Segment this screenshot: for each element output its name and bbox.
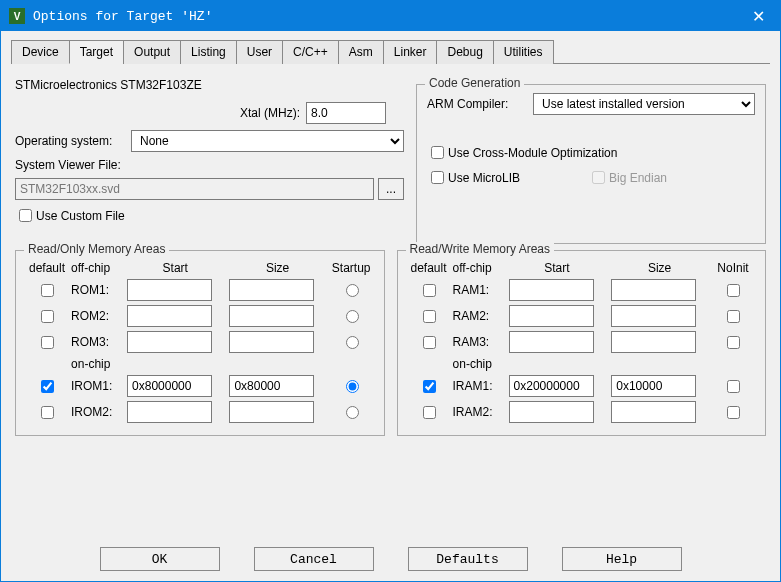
svd-path [15, 178, 374, 200]
tab-linker[interactable]: Linker [383, 40, 438, 64]
size-input[interactable] [229, 305, 314, 327]
microlib-checkbox[interactable] [431, 171, 444, 184]
tab-target[interactable]: Target [69, 40, 124, 64]
xtal-label: Xtal (MHz): [240, 106, 300, 120]
mem-row-label: RAM1: [450, 277, 506, 303]
svd-label: System Viewer File: [15, 158, 121, 172]
close-icon[interactable]: ✕ [736, 1, 780, 31]
noinit-checkbox[interactable] [727, 406, 740, 419]
svd-browse-button[interactable]: ... [378, 178, 404, 200]
compiler-select[interactable]: Use latest installed version [533, 93, 755, 115]
mem-row-label: IRAM2: [450, 399, 506, 425]
start-input[interactable] [127, 305, 212, 327]
cross-module-label: Use Cross-Module Optimization [448, 146, 617, 160]
app-icon: V [9, 8, 25, 24]
mem-row-label: ROM1: [68, 277, 124, 303]
button-bar: OK Cancel Defaults Help [11, 539, 770, 571]
start-input[interactable] [127, 331, 212, 353]
compiler-label: ARM Compiler: [427, 97, 527, 111]
default-checkbox[interactable] [41, 310, 54, 323]
default-checkbox[interactable] [41, 336, 54, 349]
ok-button[interactable]: OK [100, 547, 220, 571]
tab-output[interactable]: Output [123, 40, 181, 64]
mem-row-label: ROM3: [68, 329, 124, 355]
ro-legend: Read/Only Memory Areas [24, 242, 169, 256]
default-checkbox[interactable] [423, 336, 436, 349]
bigendian-label: Big Endian [609, 171, 667, 185]
use-custom-file-label: Use Custom File [36, 209, 125, 223]
use-custom-file-checkbox[interactable] [19, 209, 32, 222]
help-button[interactable]: Help [562, 547, 682, 571]
startup-radio[interactable] [346, 336, 359, 349]
tab-asm[interactable]: Asm [338, 40, 384, 64]
options-window: V Options for Target 'HZ' ✕ DeviceTarget… [0, 0, 781, 582]
readonly-memory-group: Read/Only Memory Areas defaultoff-chipSt… [15, 250, 385, 436]
rw-legend: Read/Write Memory Areas [406, 242, 555, 256]
titlebar: V Options for Target 'HZ' ✕ [1, 1, 780, 31]
code-generation-group: Code Generation ARM Compiler: Use latest… [416, 84, 766, 244]
readwrite-memory-group: Read/Write Memory Areas defaultoff-chipS… [397, 250, 767, 436]
start-input[interactable] [127, 401, 212, 423]
microlib-label: Use MicroLIB [448, 171, 588, 185]
default-checkbox[interactable] [41, 380, 54, 393]
size-input[interactable] [611, 375, 696, 397]
start-input[interactable] [509, 375, 594, 397]
xtal-input[interactable] [306, 102, 386, 124]
target-panel: STMicroelectronics STM32F103ZE Xtal (MHz… [11, 70, 770, 531]
codegen-legend: Code Generation [425, 76, 524, 90]
size-input[interactable] [229, 401, 314, 423]
start-input[interactable] [127, 375, 212, 397]
noinit-checkbox[interactable] [727, 336, 740, 349]
default-checkbox[interactable] [423, 380, 436, 393]
size-input[interactable] [229, 279, 314, 301]
default-checkbox[interactable] [423, 406, 436, 419]
default-checkbox[interactable] [423, 310, 436, 323]
cancel-button[interactable]: Cancel [254, 547, 374, 571]
os-select[interactable]: None [131, 130, 404, 152]
mem-row-label: IROM1: [68, 373, 124, 399]
size-input[interactable] [611, 279, 696, 301]
startup-radio[interactable] [346, 406, 359, 419]
noinit-checkbox[interactable] [727, 310, 740, 323]
startup-radio[interactable] [346, 284, 359, 297]
default-checkbox[interactable] [41, 284, 54, 297]
size-input[interactable] [611, 331, 696, 353]
tab-device[interactable]: Device [11, 40, 70, 64]
tab-cc[interactable]: C/C++ [282, 40, 339, 64]
startup-radio[interactable] [346, 310, 359, 323]
size-input[interactable] [611, 305, 696, 327]
start-input[interactable] [509, 279, 594, 301]
mem-row-label: RAM3: [450, 329, 506, 355]
mem-row-label: IROM2: [68, 399, 124, 425]
start-input[interactable] [509, 331, 594, 353]
cross-module-checkbox[interactable] [431, 146, 444, 159]
defaults-button[interactable]: Defaults [408, 547, 528, 571]
start-input[interactable] [127, 279, 212, 301]
client-area: DeviceTargetOutputListingUserC/C++AsmLin… [1, 31, 780, 581]
mem-row-label: IRAM1: [450, 373, 506, 399]
tab-utilities[interactable]: Utilities [493, 40, 554, 64]
start-input[interactable] [509, 305, 594, 327]
mem-row-label: ROM2: [68, 303, 124, 329]
os-label: Operating system: [15, 134, 125, 148]
startup-radio[interactable] [346, 380, 359, 393]
size-input[interactable] [229, 331, 314, 353]
mcu-name: STMicroelectronics STM32F103ZE [15, 78, 202, 92]
tab-user[interactable]: User [236, 40, 283, 64]
window-title: Options for Target 'HZ' [33, 9, 736, 24]
default-checkbox[interactable] [423, 284, 436, 297]
onchip-label: on-chip [68, 355, 124, 373]
noinit-checkbox[interactable] [727, 380, 740, 393]
tab-listing[interactable]: Listing [180, 40, 237, 64]
default-checkbox[interactable] [41, 406, 54, 419]
noinit-checkbox[interactable] [727, 284, 740, 297]
tab-debug[interactable]: Debug [436, 40, 493, 64]
size-input[interactable] [611, 401, 696, 423]
size-input[interactable] [229, 375, 314, 397]
onchip-label: on-chip [450, 355, 506, 373]
bigendian-checkbox [592, 171, 605, 184]
mem-row-label: RAM2: [450, 303, 506, 329]
start-input[interactable] [509, 401, 594, 423]
tab-strip: DeviceTargetOutputListingUserC/C++AsmLin… [11, 39, 770, 64]
